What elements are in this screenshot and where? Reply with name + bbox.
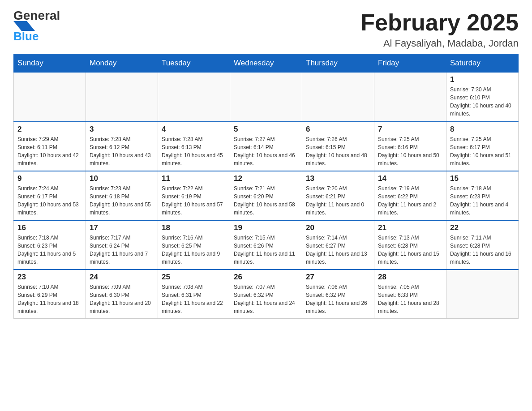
calendar-cell: 4Sunrise: 7:28 AMSunset: 6:13 PMDaylight… bbox=[158, 122, 230, 171]
calendar-cell bbox=[302, 73, 374, 122]
day-number: 25 bbox=[162, 273, 226, 282]
calendar-cell: 13Sunrise: 7:20 AMSunset: 6:21 PMDayligh… bbox=[302, 171, 374, 220]
calendar-cell: 8Sunrise: 7:25 AMSunset: 6:17 PMDaylight… bbox=[446, 122, 519, 171]
calendar-cell bbox=[14, 73, 86, 122]
calendar-cell: 1Sunrise: 7:30 AMSunset: 6:10 PMDaylight… bbox=[446, 73, 519, 122]
calendar-cell: 2Sunrise: 7:29 AMSunset: 6:11 PMDaylight… bbox=[14, 122, 86, 171]
calendar-cell: 6Sunrise: 7:26 AMSunset: 6:15 PMDaylight… bbox=[302, 122, 374, 171]
day-info: Sunrise: 7:11 AMSunset: 6:28 PMDaylight:… bbox=[450, 234, 515, 266]
calendar-week-row: 9Sunrise: 7:24 AMSunset: 6:17 PMDaylight… bbox=[14, 171, 519, 220]
calendar-cell bbox=[158, 73, 230, 122]
day-info: Sunrise: 7:14 AMSunset: 6:27 PMDaylight:… bbox=[306, 234, 370, 266]
calendar-week-row: 16Sunrise: 7:18 AMSunset: 6:23 PMDayligh… bbox=[14, 220, 519, 270]
day-number: 15 bbox=[450, 174, 515, 183]
calendar-cell: 3Sunrise: 7:28 AMSunset: 6:12 PMDaylight… bbox=[86, 122, 158, 171]
day-info: Sunrise: 7:19 AMSunset: 6:22 PMDaylight:… bbox=[378, 184, 442, 217]
day-header-friday: Friday bbox=[374, 54, 446, 73]
day-number: 10 bbox=[90, 174, 154, 183]
calendar-cell: 12Sunrise: 7:21 AMSunset: 6:20 PMDayligh… bbox=[230, 171, 302, 220]
month-title: February 2025 bbox=[360, 9, 519, 36]
day-info: Sunrise: 7:23 AMSunset: 6:18 PMDaylight:… bbox=[90, 184, 154, 217]
day-number: 14 bbox=[378, 174, 442, 183]
calendar-cell: 23Sunrise: 7:10 AMSunset: 6:29 PMDayligh… bbox=[14, 270, 86, 319]
day-info: Sunrise: 7:21 AMSunset: 6:20 PMDaylight:… bbox=[234, 184, 298, 217]
day-info: Sunrise: 7:05 AMSunset: 6:33 PMDaylight:… bbox=[378, 283, 442, 315]
day-info: Sunrise: 7:29 AMSunset: 6:11 PMDaylight:… bbox=[17, 135, 82, 167]
logo-blue-text: Blue bbox=[13, 30, 39, 43]
day-number: 27 bbox=[306, 273, 370, 282]
day-number: 16 bbox=[17, 223, 82, 232]
day-number: 20 bbox=[306, 223, 370, 232]
day-number: 11 bbox=[162, 174, 226, 183]
calendar-week-row: 2Sunrise: 7:29 AMSunset: 6:11 PMDaylight… bbox=[14, 122, 519, 171]
page-header: General Blue February 2025 Al Faysaliyah… bbox=[13, 9, 519, 49]
day-header-monday: Monday bbox=[86, 54, 158, 73]
calendar-week-row: 1Sunrise: 7:30 AMSunset: 6:10 PMDaylight… bbox=[14, 73, 519, 122]
calendar-cell: 24Sunrise: 7:09 AMSunset: 6:30 PMDayligh… bbox=[86, 270, 158, 319]
day-number: 28 bbox=[378, 273, 442, 282]
day-header-tuesday: Tuesday bbox=[158, 54, 230, 73]
calendar-cell: 9Sunrise: 7:24 AMSunset: 6:17 PMDaylight… bbox=[14, 171, 86, 220]
day-header-saturday: Saturday bbox=[446, 54, 519, 73]
day-number: 19 bbox=[234, 223, 298, 232]
day-number: 1 bbox=[450, 75, 515, 84]
day-header-sunday: Sunday bbox=[14, 54, 86, 73]
day-number: 17 bbox=[90, 223, 154, 232]
day-info: Sunrise: 7:08 AMSunset: 6:31 PMDaylight:… bbox=[162, 283, 226, 315]
calendar-cell: 27Sunrise: 7:06 AMSunset: 6:32 PMDayligh… bbox=[302, 270, 374, 319]
day-number: 8 bbox=[450, 125, 515, 134]
day-info: Sunrise: 7:15 AMSunset: 6:26 PMDaylight:… bbox=[234, 234, 298, 266]
day-info: Sunrise: 7:24 AMSunset: 6:17 PMDaylight:… bbox=[17, 184, 82, 217]
calendar-cell: 16Sunrise: 7:18 AMSunset: 6:23 PMDayligh… bbox=[14, 220, 86, 270]
day-number: 22 bbox=[450, 223, 515, 232]
calendar-cell: 20Sunrise: 7:14 AMSunset: 6:27 PMDayligh… bbox=[302, 220, 374, 270]
calendar-cell: 25Sunrise: 7:08 AMSunset: 6:31 PMDayligh… bbox=[158, 270, 230, 319]
calendar-cell: 5Sunrise: 7:27 AMSunset: 6:14 PMDaylight… bbox=[230, 122, 302, 171]
calendar-cell: 10Sunrise: 7:23 AMSunset: 6:18 PMDayligh… bbox=[86, 171, 158, 220]
day-info: Sunrise: 7:28 AMSunset: 6:13 PMDaylight:… bbox=[162, 135, 226, 167]
calendar-table: SundayMondayTuesdayWednesdayThursdayFrid… bbox=[13, 54, 519, 319]
calendar-cell: 11Sunrise: 7:22 AMSunset: 6:19 PMDayligh… bbox=[158, 171, 230, 220]
day-info: Sunrise: 7:13 AMSunset: 6:28 PMDaylight:… bbox=[378, 234, 442, 266]
logo: General Blue bbox=[13, 9, 65, 43]
calendar-cell bbox=[86, 73, 158, 122]
day-info: Sunrise: 7:25 AMSunset: 6:16 PMDaylight:… bbox=[378, 135, 442, 167]
day-info: Sunrise: 7:27 AMSunset: 6:14 PMDaylight:… bbox=[234, 135, 298, 167]
day-info: Sunrise: 7:30 AMSunset: 6:10 PMDaylight:… bbox=[450, 86, 515, 118]
day-info: Sunrise: 7:07 AMSunset: 6:32 PMDaylight:… bbox=[234, 283, 298, 315]
day-number: 4 bbox=[162, 125, 226, 134]
calendar-cell: 22Sunrise: 7:11 AMSunset: 6:28 PMDayligh… bbox=[446, 220, 519, 270]
day-number: 13 bbox=[306, 174, 370, 183]
day-number: 18 bbox=[162, 223, 226, 232]
day-number: 26 bbox=[234, 273, 298, 282]
day-info: Sunrise: 7:25 AMSunset: 6:17 PMDaylight:… bbox=[450, 135, 515, 167]
day-info: Sunrise: 7:06 AMSunset: 6:32 PMDaylight:… bbox=[306, 283, 370, 315]
calendar-cell: 7Sunrise: 7:25 AMSunset: 6:16 PMDaylight… bbox=[374, 122, 446, 171]
calendar-cell: 18Sunrise: 7:16 AMSunset: 6:25 PMDayligh… bbox=[158, 220, 230, 270]
calendar-cell: 19Sunrise: 7:15 AMSunset: 6:26 PMDayligh… bbox=[230, 220, 302, 270]
day-number: 12 bbox=[234, 174, 298, 183]
title-section: February 2025 Al Faysaliyah, Madaba, Jor… bbox=[360, 9, 519, 49]
day-number: 21 bbox=[378, 223, 442, 232]
calendar-cell: 17Sunrise: 7:17 AMSunset: 6:24 PMDayligh… bbox=[86, 220, 158, 270]
day-header-thursday: Thursday bbox=[302, 54, 374, 73]
day-number: 23 bbox=[17, 273, 82, 282]
day-number: 7 bbox=[378, 125, 442, 134]
day-info: Sunrise: 7:17 AMSunset: 6:24 PMDaylight:… bbox=[90, 234, 154, 266]
calendar-cell: 15Sunrise: 7:18 AMSunset: 6:23 PMDayligh… bbox=[446, 171, 519, 220]
calendar-cell: 26Sunrise: 7:07 AMSunset: 6:32 PMDayligh… bbox=[230, 270, 302, 319]
calendar-header-row: SundayMondayTuesdayWednesdayThursdayFrid… bbox=[14, 54, 519, 73]
calendar-cell bbox=[446, 270, 519, 319]
day-info: Sunrise: 7:26 AMSunset: 6:15 PMDaylight:… bbox=[306, 135, 370, 167]
day-number: 2 bbox=[17, 125, 82, 134]
day-number: 3 bbox=[90, 125, 154, 134]
day-info: Sunrise: 7:09 AMSunset: 6:30 PMDaylight:… bbox=[90, 283, 154, 315]
day-number: 9 bbox=[17, 174, 82, 183]
calendar-cell: 14Sunrise: 7:19 AMSunset: 6:22 PMDayligh… bbox=[374, 171, 446, 220]
day-number: 24 bbox=[90, 273, 154, 282]
calendar-cell bbox=[374, 73, 446, 122]
day-header-wednesday: Wednesday bbox=[230, 54, 302, 73]
day-info: Sunrise: 7:20 AMSunset: 6:21 PMDaylight:… bbox=[306, 184, 370, 217]
day-number: 5 bbox=[234, 125, 298, 134]
calendar-week-row: 23Sunrise: 7:10 AMSunset: 6:29 PMDayligh… bbox=[14, 270, 519, 319]
